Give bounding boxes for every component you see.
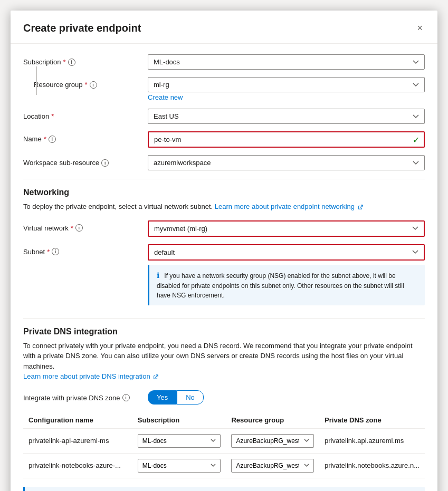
private-dns-section: Private DNS integration To connect priva… bbox=[23, 327, 425, 492]
dns-table-head: Configuration name Subscription Resource… bbox=[23, 412, 425, 429]
check-icon: ✓ bbox=[413, 134, 420, 145]
workspace-label: Workspace sub-resource i bbox=[23, 155, 139, 167]
nsg-info-box: ℹ If you have a network security group (… bbox=[148, 265, 425, 305]
col-header-config: Configuration name bbox=[23, 412, 132, 429]
row1-dns-zone: privatelink.api.azureml.ms bbox=[319, 428, 425, 453]
required-marker: * bbox=[85, 81, 88, 89]
toggle-group: Yes No bbox=[148, 390, 425, 405]
resource-group-label: Resource group * i bbox=[34, 77, 139, 89]
vnet-control: myvmvnet (ml-rg) bbox=[148, 220, 425, 237]
row1-subscription-select[interactable]: ML-docs bbox=[138, 434, 221, 448]
vnet-row: Virtual network * i myvmvnet (ml-rg) bbox=[23, 220, 425, 237]
dns-table: Configuration name Subscription Resource… bbox=[23, 412, 425, 478]
private-dns-desc: To connect privately with your private e… bbox=[23, 341, 425, 382]
row2-subscription: ML-docs bbox=[132, 453, 226, 478]
name-control: ✓ bbox=[148, 131, 425, 148]
subscription-control: ML-docs bbox=[148, 54, 425, 70]
divider-1 bbox=[23, 179, 425, 179]
subscription-row: Subscription * i ML-docs bbox=[23, 54, 425, 70]
location-label: Location * bbox=[23, 109, 139, 120]
toggle-no-button[interactable]: No bbox=[177, 390, 204, 405]
integrate-dns-row: Integrate with private DNS zone i Yes No bbox=[23, 390, 425, 405]
networking-learn-more-link[interactable]: Learn more about private endpoint networ… bbox=[215, 203, 363, 210]
row1-rg-select[interactable]: AzureBackupRG_westus_1 bbox=[231, 434, 314, 448]
resource-group-select[interactable]: ml-rg bbox=[148, 77, 425, 92]
resource-group-info-icon[interactable]: i bbox=[90, 81, 97, 89]
row2-config-name: privatelink-notebooks-azure-... bbox=[23, 453, 132, 478]
divider-2 bbox=[23, 318, 425, 319]
name-input-wrap: ✓ bbox=[148, 131, 425, 148]
integrate-dns-label: Integrate with private DNS zone i bbox=[23, 390, 139, 402]
private-dns-learn-more-link[interactable]: Learn more about private DNS integration bbox=[23, 372, 158, 380]
subnet-info-icon[interactable]: i bbox=[52, 248, 59, 255]
vnet-info-icon[interactable]: i bbox=[75, 224, 83, 232]
subnet-label: Subnet * i bbox=[23, 244, 139, 256]
col-header-rg: Resource group bbox=[226, 412, 319, 429]
name-label: Name * i bbox=[23, 131, 139, 143]
external-link-icon bbox=[358, 205, 363, 210]
workspace-select[interactable]: azuremlworkspace bbox=[148, 155, 425, 170]
resource-group-control: ml-rg Create new bbox=[148, 77, 425, 101]
name-info-icon[interactable]: i bbox=[49, 136, 56, 143]
vnet-label: Virtual network * i bbox=[23, 220, 139, 232]
required-marker: * bbox=[71, 224, 73, 232]
subnet-control: default ℹ If you have a network security… bbox=[148, 244, 425, 310]
vnet-select[interactable]: myvmvnet (ml-rg) bbox=[148, 220, 425, 237]
networking-title: Networking bbox=[23, 188, 425, 197]
close-button[interactable]: × bbox=[415, 21, 425, 35]
location-row: Location * East US bbox=[23, 109, 425, 124]
workspace-info-icon[interactable]: i bbox=[101, 159, 109, 167]
networking-desc: To deploy the private endpoint, select a… bbox=[23, 201, 425, 212]
warning-box: ℹ Existing Private DNS Zones tied to a s… bbox=[23, 487, 425, 492]
col-header-subscription: Subscription bbox=[132, 412, 226, 429]
create-private-endpoint-dialog: Create private endpoint × Subscription *… bbox=[11, 11, 437, 491]
toggle-yes-button[interactable]: Yes bbox=[148, 390, 177, 405]
row2-rg-select[interactable]: AzureBackupRG_westus_1 bbox=[231, 459, 314, 473]
private-dns-title: Private DNS integration bbox=[23, 327, 425, 336]
row2-resource-group: AzureBackupRG_westus_1 bbox=[226, 453, 319, 478]
required-marker: * bbox=[47, 248, 50, 256]
subscription-select[interactable]: ML-docs bbox=[148, 54, 425, 70]
dns-table-header-row: Configuration name Subscription Resource… bbox=[23, 412, 425, 429]
dialog-title: Create private endpoint bbox=[23, 22, 141, 34]
integrate-dns-control: Yes No bbox=[148, 390, 425, 405]
indent-line bbox=[36, 66, 37, 95]
integrate-dns-info-icon[interactable]: i bbox=[122, 394, 130, 401]
resource-group-row: Resource group * i ml-rg Create new bbox=[23, 77, 425, 101]
create-new-link[interactable]: Create new bbox=[148, 93, 183, 101]
workspace-row: Workspace sub-resource i azuremlworkspac… bbox=[23, 155, 425, 170]
subscription-label: Subscription * i bbox=[23, 54, 139, 66]
row1-subscription: ML-docs bbox=[132, 428, 226, 453]
dns-external-link-icon bbox=[153, 374, 158, 380]
required-marker: * bbox=[51, 112, 54, 120]
name-input[interactable] bbox=[148, 131, 425, 148]
dns-table-body: privatelink-api-azureml-ms ML-docs Azure… bbox=[23, 428, 425, 478]
col-header-dns: Private DNS zone bbox=[319, 412, 425, 429]
name-row: Name * i ✓ bbox=[23, 131, 425, 148]
info-box-icon: ℹ bbox=[157, 271, 159, 280]
row1-resource-group: AzureBackupRG_westus_1 bbox=[226, 428, 319, 453]
required-marker: * bbox=[63, 58, 66, 66]
networking-section: Networking To deploy the private endpoin… bbox=[23, 188, 425, 310]
subnet-row: Subnet * i default ℹ If you have a netwo… bbox=[23, 244, 425, 310]
required-marker: * bbox=[44, 135, 46, 143]
subscription-info-icon[interactable]: i bbox=[68, 59, 75, 66]
subnet-select[interactable]: default bbox=[148, 244, 425, 261]
row2-subscription-select[interactable]: ML-docs bbox=[138, 459, 221, 473]
dialog-body: Subscription * i ML-docs Resource group … bbox=[11, 44, 437, 491]
table-row: privatelink-api-azureml-ms ML-docs Azure… bbox=[23, 428, 425, 453]
row2-dns-zone: privatelink.notebooks.azure.n... bbox=[319, 453, 425, 478]
row1-config-name: privatelink-api-azureml-ms bbox=[23, 428, 132, 453]
location-select[interactable]: East US bbox=[148, 109, 425, 124]
location-control: East US bbox=[148, 109, 425, 124]
workspace-control: azuremlworkspace bbox=[148, 155, 425, 170]
dialog-header: Create private endpoint × bbox=[11, 11, 437, 44]
table-row: privatelink-notebooks-azure-... ML-docs … bbox=[23, 453, 425, 478]
